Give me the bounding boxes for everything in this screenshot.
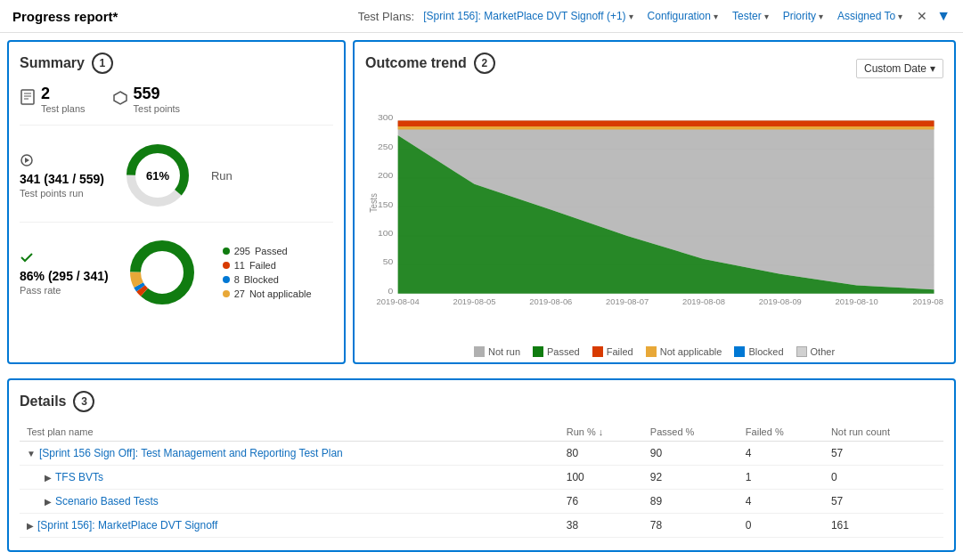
collapse-icon[interactable]: ▶ xyxy=(45,473,52,483)
row-notrun-cell: 57 xyxy=(824,490,943,514)
passed-dot xyxy=(223,248,230,255)
row-name-cell: ▼[Sprint 156 Sign Off]: Test Management … xyxy=(20,442,559,466)
top-row: Summary 1 2 Test plans xyxy=(0,33,963,371)
details-title: Details 3 xyxy=(20,391,943,412)
run-percent-text: 61% xyxy=(146,169,169,183)
row-link[interactable]: [Sprint 156 Sign Off]: Test Management a… xyxy=(39,447,343,459)
trend-title: Outcome trend 2 xyxy=(365,53,495,74)
row-failed-cell: 4 xyxy=(739,490,824,514)
notapplicable-dot xyxy=(223,290,230,297)
testplans-filter[interactable]: [Sprint 156]: MarketPlace DVT Signoff (+… xyxy=(418,7,638,25)
configuration-chevron: ▾ xyxy=(714,12,718,21)
row-link[interactable]: Scenario Based Tests xyxy=(55,495,159,507)
run-label: Test points run xyxy=(20,188,104,199)
date-chevron: ▾ xyxy=(930,62,935,75)
close-button[interactable]: ✕ xyxy=(911,7,933,25)
trend-title-text: Outcome trend xyxy=(365,55,467,71)
blocked-trend-label: Blocked xyxy=(748,346,783,357)
failed-count: 11 xyxy=(234,260,245,271)
svg-text:300: 300 xyxy=(378,113,394,122)
row-passed-cell: 78 xyxy=(643,514,739,538)
svg-text:2019-08-10: 2019-08-10 xyxy=(836,297,878,305)
failed-label: Failed xyxy=(249,260,276,271)
trend-chart-area: 0 50 100 150 200 250 300 Tests xyxy=(365,92,943,341)
row-failed-cell: 4 xyxy=(739,442,824,466)
svg-text:150: 150 xyxy=(378,199,394,208)
blocked-trend-rect xyxy=(734,346,745,357)
tester-label: Tester xyxy=(732,10,762,22)
test-points-stat: 559 Test points xyxy=(112,85,181,114)
svg-text:2019-08-04: 2019-08-04 xyxy=(377,297,420,305)
legend-passed-trend: Passed xyxy=(533,346,580,357)
legend-blocked-trend: Blocked xyxy=(734,346,783,357)
svg-text:100: 100 xyxy=(378,229,394,238)
table-row: ▶TFS BVTs1009210 xyxy=(20,466,943,490)
summary-title-text: Summary xyxy=(20,55,85,71)
expand-icon[interactable]: ▼ xyxy=(27,449,36,459)
svg-text:50: 50 xyxy=(383,257,394,266)
legend-failed-trend: Failed xyxy=(592,346,633,357)
row-link[interactable]: TFS BVTs xyxy=(55,471,103,483)
summary-passrate-row: 86% (295 / 341) Pass rate xyxy=(20,237,333,308)
custom-date-label: Custom Date xyxy=(864,62,926,75)
col-run-percent: Run % ↓ xyxy=(559,423,643,442)
row-link[interactable]: [Sprint 156]: MarketPlace DVT Signoff xyxy=(37,519,217,532)
row-run-cell: 100 xyxy=(559,466,643,490)
row-notrun-cell: 0 xyxy=(824,466,943,490)
page-title: Progress report* xyxy=(12,9,118,24)
testpoints-icon xyxy=(112,90,128,109)
notapplicable-trend-rect xyxy=(646,346,657,357)
run-icon xyxy=(20,153,104,170)
blocked-count: 8 xyxy=(234,274,240,285)
other-trend-rect xyxy=(796,346,807,357)
tester-chevron: ▾ xyxy=(764,12,769,21)
bottom-row: Details 3 Test plan name Run % ↓ Passed … xyxy=(0,371,963,559)
col-failed-percent: Failed % xyxy=(739,423,824,442)
legend-notrun: Not run xyxy=(474,346,520,357)
trend-legend: Not run Passed Failed Not applicable Blo… xyxy=(365,346,943,357)
row-name-cell: ▶TFS BVTs xyxy=(20,466,559,490)
failed-trend-rect xyxy=(592,346,603,357)
svg-text:250: 250 xyxy=(378,142,394,150)
svg-text:2019-08-09: 2019-08-09 xyxy=(759,297,802,305)
details-panel: Details 3 Test plan name Run % ↓ Passed … xyxy=(7,378,956,552)
tester-filter[interactable]: Tester ▾ xyxy=(727,7,774,25)
row-failed-cell: 0 xyxy=(739,514,824,538)
details-title-text: Details xyxy=(20,394,66,410)
row-failed-cell: 1 xyxy=(739,466,824,490)
row-notrun-cell: 57 xyxy=(824,442,943,466)
table-row: ▶Scenario Based Tests7689457 xyxy=(20,490,943,514)
header: Progress report* Test Plans: [Sprint 156… xyxy=(0,0,963,33)
configuration-filter[interactable]: Configuration ▾ xyxy=(642,7,723,25)
collapse-icon[interactable]: ▶ xyxy=(45,497,52,507)
collapse-icon[interactable]: ▶ xyxy=(27,521,34,531)
trend-header: Outcome trend 2 Custom Date ▾ xyxy=(365,53,943,85)
test-plans-stat: 2 Test plans xyxy=(20,85,86,114)
run-text: Run xyxy=(211,169,233,183)
passrate-value: 86% (295 / 341) xyxy=(20,269,109,283)
table-row: ▶[Sprint 156]: MarketPlace DVT Signoff38… xyxy=(20,514,943,538)
row-name-cell: ▶Scenario Based Tests xyxy=(20,490,559,514)
failed-dot xyxy=(223,262,230,269)
svg-rect-0 xyxy=(21,90,34,104)
svg-marker-28 xyxy=(398,120,934,126)
row-passed-cell: 89 xyxy=(643,490,739,514)
notapplicable-count: 27 xyxy=(234,288,245,299)
test-points-label: Test points xyxy=(134,103,181,114)
passrate-donut-chart xyxy=(126,237,198,308)
assignedto-filter[interactable]: Assigned To ▾ xyxy=(832,7,908,25)
notrun-legend-label: Not run xyxy=(488,346,520,357)
trend-panel: Outcome trend 2 Custom Date ▾ 0 50 100 1… xyxy=(353,40,956,364)
testplans-chevron: ▾ xyxy=(629,12,633,21)
col-passed-percent: Passed % xyxy=(643,423,739,442)
legend-notapplicable-trend: Not applicable xyxy=(646,346,722,357)
details-table: Test plan name Run % ↓ Passed % Failed %… xyxy=(20,423,943,538)
svg-text:200: 200 xyxy=(378,171,394,180)
summary-run-row: 341 (341 / 559) Test points run 61% Run xyxy=(20,140,333,223)
row-run-cell: 80 xyxy=(559,442,643,466)
other-trend-label: Other xyxy=(811,346,836,357)
passrate-legend: 295 Passed 11 Failed 8 Blocked xyxy=(223,246,312,299)
svg-marker-29 xyxy=(398,126,934,130)
custom-date-button[interactable]: Custom Date ▾ xyxy=(856,59,943,78)
priority-filter[interactable]: Priority ▾ xyxy=(778,7,828,25)
